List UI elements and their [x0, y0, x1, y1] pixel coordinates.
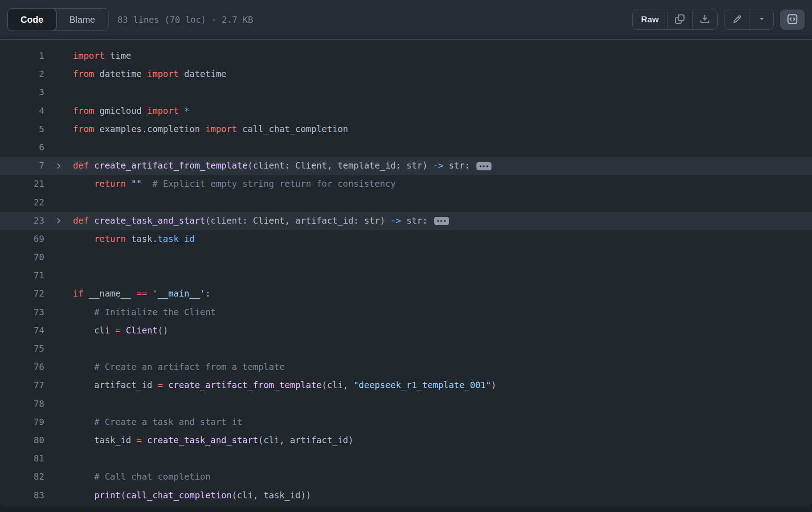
- edit-dropdown-button[interactable]: [750, 10, 773, 29]
- line-number-74[interactable]: 74: [0, 322, 44, 340]
- line-number-5[interactable]: 5: [0, 120, 44, 138]
- token-d: [73, 234, 94, 244]
- expand-collapsed-code-button[interactable]: [434, 217, 449, 225]
- symbols-panel-button[interactable]: [780, 10, 805, 30]
- line-number-3[interactable]: 3: [0, 83, 44, 102]
- gutter-spacer: [44, 230, 73, 248]
- token-c: # Create a task and start it: [94, 417, 242, 427]
- tab-code[interactable]: Code: [8, 9, 57, 31]
- token-k: import: [73, 51, 105, 61]
- code-text: artifact_id = create_artifact_from_templ…: [73, 376, 812, 394]
- token-d: (): [158, 325, 168, 336]
- token-d: call_chat_completion: [237, 124, 348, 134]
- token-d: task.: [126, 234, 158, 244]
- line-number-80[interactable]: 80: [0, 431, 44, 450]
- line-number-76[interactable]: 76: [0, 358, 44, 376]
- collapse-chevron-icon[interactable]: [44, 212, 73, 230]
- token-d: (cli, artifact_id): [258, 435, 353, 445]
- line-number-1[interactable]: 1: [0, 47, 44, 65]
- code-text: return task.task_id: [73, 230, 812, 248]
- token-d: [147, 288, 153, 299]
- gutter-spacer: [44, 468, 73, 486]
- code-line-73: 73 # Initialize the Client: [0, 303, 812, 322]
- code-line-81: 81: [0, 450, 812, 468]
- code-line-3: 3: [0, 83, 812, 102]
- expand-collapsed-code-button[interactable]: [476, 162, 491, 170]
- code-text: cli = Client(): [73, 322, 812, 340]
- gutter-spacer: [44, 413, 73, 431]
- edit-button[interactable]: [724, 10, 750, 29]
- code-line-80: 80 task_id = create_task_and_start(cli, …: [0, 431, 812, 450]
- token-s: '__main__': [152, 288, 205, 299]
- token-f: Client: [126, 325, 158, 336]
- chevron-down-icon: [758, 15, 765, 24]
- token-d: datetime: [179, 69, 226, 79]
- line-number-72[interactable]: 72: [0, 285, 44, 303]
- code-text: return "" # Explicit empty string return…: [73, 175, 812, 193]
- download-button[interactable]: [692, 10, 717, 29]
- gutter-spacer: [44, 266, 73, 285]
- code-line-74: 74 cli = Client(): [0, 322, 812, 340]
- token-d: cli: [73, 325, 115, 336]
- line-number-73[interactable]: 73: [0, 303, 44, 322]
- gutter-spacer: [44, 138, 73, 157]
- token-k: from: [73, 106, 94, 116]
- download-icon: [700, 14, 710, 26]
- line-number-71[interactable]: 71: [0, 266, 44, 285]
- code-line-78: 78: [0, 395, 812, 413]
- line-number-23[interactable]: 23: [0, 212, 44, 230]
- edit-group: [724, 10, 774, 30]
- line-number-7[interactable]: 7: [0, 157, 44, 175]
- token-d: (client: Client, artifact_id: str): [205, 215, 390, 226]
- code-text: def create_task_and_start(client: Client…: [73, 212, 812, 230]
- token-f: create_task_and_start: [147, 435, 259, 445]
- token-k: from: [73, 124, 94, 134]
- token-k: return: [94, 179, 126, 189]
- collapse-chevron-icon[interactable]: [44, 157, 73, 175]
- line-number-21[interactable]: 21: [0, 175, 44, 193]
- line-number-77[interactable]: 77: [0, 376, 44, 394]
- code-line-82: 82 # Call chat completion: [0, 468, 812, 486]
- token-d: (: [120, 490, 126, 501]
- gutter-spacer: [44, 83, 73, 102]
- line-number-70[interactable]: 70: [0, 248, 44, 266]
- line-number-82[interactable]: 82: [0, 468, 44, 486]
- line-number-69[interactable]: 69: [0, 230, 44, 248]
- code-text: [73, 194, 812, 212]
- gutter-spacer: [44, 486, 73, 505]
- line-number-22[interactable]: 22: [0, 194, 44, 212]
- code-text: # Create an artifact from a template: [73, 358, 812, 376]
- line-number-75[interactable]: 75: [0, 340, 44, 358]
- token-d: examples.completion: [94, 124, 205, 134]
- line-number-4[interactable]: 4: [0, 102, 44, 120]
- code-text: task_id = create_task_and_start(cli, art…: [73, 431, 812, 450]
- token-d: time: [105, 51, 131, 61]
- gutter-spacer: [44, 47, 73, 65]
- copy-button[interactable]: [667, 10, 692, 29]
- code-square-icon: [787, 14, 798, 26]
- tab-blame[interactable]: Blame: [57, 9, 108, 31]
- line-number-6[interactable]: 6: [0, 138, 44, 157]
- code-text: [73, 83, 812, 102]
- code-blame-toggle: Code Blame: [7, 8, 109, 31]
- line-number-81[interactable]: 81: [0, 450, 44, 468]
- gutter-spacer: [44, 248, 73, 266]
- code-text: [73, 266, 812, 285]
- line-number-2[interactable]: 2: [0, 65, 44, 83]
- line-number-79[interactable]: 79: [0, 413, 44, 431]
- pencil-icon: [732, 14, 742, 26]
- raw-button[interactable]: Raw: [633, 10, 667, 29]
- token-f: create_artifact_from_template: [168, 380, 322, 390]
- token-c: # Explicit empty string return for consi…: [152, 179, 396, 189]
- gutter-spacer: [44, 322, 73, 340]
- token-d: str:: [401, 215, 428, 226]
- token-d: [142, 179, 152, 189]
- line-number-83[interactable]: 83: [0, 486, 44, 505]
- token-k: import: [205, 124, 237, 134]
- line-number-78[interactable]: 78: [0, 395, 44, 413]
- token-d: [73, 490, 94, 501]
- token-k: =: [115, 325, 121, 336]
- code-text: [73, 340, 812, 358]
- code-line-22: 22: [0, 194, 812, 212]
- gutter-spacer: [44, 285, 73, 303]
